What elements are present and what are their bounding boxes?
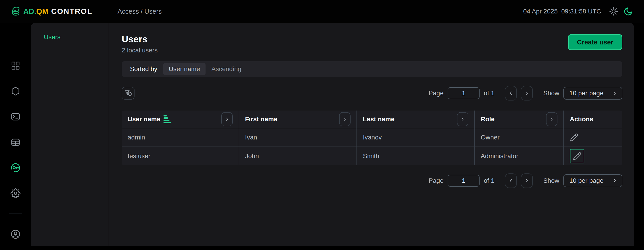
breadcrumb[interactable]: Access / Users [118, 8, 162, 15]
cell-last-name: Ivanov [357, 128, 475, 146]
moon-icon [624, 6, 633, 16]
users-table: User name First name Last name [122, 111, 622, 165]
column-header-first-name: First name [239, 111, 357, 128]
app-logo[interactable]: AD.QMCONTROL [10, 6, 92, 17]
pencil-icon [570, 133, 578, 142]
chevron-right-icon [612, 178, 618, 184]
cell-last-name: Smith [357, 147, 475, 165]
page-header: Users 2 local users Create user [122, 34, 622, 54]
gear-icon [10, 188, 20, 198]
dashboard-grid-icon [10, 61, 20, 71]
top-bar: AD.QMCONTROL Access / Users 04 Apr 2025 … [0, 0, 644, 23]
cell-user-name: admin [122, 128, 239, 146]
page-label: Page [429, 90, 444, 97]
rail-divider [9, 214, 22, 214]
sidebar-item-dashboard[interactable] [10, 60, 21, 71]
per-page-value: 10 per page [569, 177, 603, 184]
page-title: Users [122, 34, 158, 44]
per-page-value: 10 per page [569, 90, 603, 97]
data-table-icon [10, 137, 20, 147]
next-page-button[interactable] [521, 173, 533, 188]
sorted-by-label: Sorted by [130, 65, 157, 73]
pagination-top: Page of 1 Show 10 per page [429, 86, 622, 101]
logo-ad: AD. [23, 7, 36, 16]
cell-first-name: Ivan [239, 128, 357, 146]
sidebar-item-tables[interactable] [10, 137, 21, 147]
column-header-user-name: User name [122, 111, 239, 128]
column-header-role: Role [475, 111, 564, 128]
column-header-last-name: Last name [357, 111, 475, 128]
sidebar-item-access[interactable] [10, 162, 21, 173]
dark-theme-button[interactable] [624, 6, 633, 16]
sort-direction-label[interactable]: Ascending [212, 65, 242, 73]
chevron-left-icon [508, 90, 514, 96]
sidebar-item-users[interactable]: Users [44, 33, 60, 41]
page-of-label: of 1 [484, 177, 494, 184]
chevron-right-icon [524, 90, 530, 96]
previous-page-button[interactable] [505, 86, 517, 101]
cell-first-name: John [239, 147, 357, 165]
logo-hive-icon [10, 6, 21, 17]
page-number-input[interactable] [448, 175, 480, 187]
sidebar-item-modules[interactable] [10, 86, 21, 96]
topbar-right-group: 04 Apr 2025 09:31:58 UTC [523, 6, 644, 16]
create-user-button[interactable]: Create user [568, 34, 622, 50]
sun-icon [609, 6, 618, 16]
logo-control: CONTROL [51, 7, 92, 16]
cell-actions [564, 147, 622, 165]
page-subtitle: 2 local users [122, 47, 158, 54]
chevron-right-icon [524, 178, 530, 184]
edit-user-button[interactable] [570, 133, 578, 142]
access-key-icon [10, 162, 21, 174]
filter-reset-icon [124, 89, 132, 97]
table-toolbar: Page of 1 Show 10 per page [122, 86, 622, 101]
show-label: Show [543, 177, 559, 184]
per-page-select[interactable]: 10 per page [564, 87, 622, 100]
terminal-icon [10, 112, 20, 122]
chevron-right-icon [612, 90, 618, 96]
table-row-testuser: testuser John Smith Administrator [122, 146, 622, 165]
icon-rail [0, 23, 31, 250]
logo-qm: QM [36, 7, 48, 16]
cell-actions [564, 128, 622, 146]
secondary-sidebar: Users [31, 23, 109, 246]
sort-field-chip[interactable]: User name [163, 63, 206, 75]
chevron-right-icon [460, 117, 466, 122]
pagination-bottom: Page of 1 Show 10 per page [429, 173, 622, 188]
sort-bar: Sorted by User name Ascending [122, 61, 622, 77]
page-number-input[interactable] [448, 87, 480, 99]
column-expand-first-name-button[interactable] [339, 112, 350, 126]
column-expand-user-name-button[interactable] [221, 112, 233, 126]
user-profile-icon [10, 229, 21, 240]
table-header-row: User name First name Last name [122, 111, 622, 128]
light-theme-button[interactable] [609, 6, 618, 16]
chevron-right-icon [224, 117, 230, 122]
column-header-actions: Actions [564, 111, 622, 128]
table-toolbar-bottom: Page of 1 Show 10 per page [122, 173, 622, 188]
column-expand-role-button[interactable] [546, 112, 558, 126]
datetime-utc: 04 Apr 2025 09:31:58 UTC [523, 8, 601, 15]
cell-role: Owner [475, 128, 564, 146]
previous-page-button[interactable] [505, 173, 517, 188]
sidebar-item-profile[interactable] [10, 229, 21, 240]
hexagon-icon [10, 86, 20, 96]
table-row-admin: admin Ivan Ivanov Owner [122, 128, 622, 146]
sidebar-item-settings[interactable] [10, 188, 21, 199]
sidebar-item-terminal[interactable] [10, 112, 21, 122]
edit-user-button[interactable] [573, 152, 582, 160]
chevron-right-icon [342, 117, 348, 122]
table-body: admin Ivan Ivanov Owner [122, 128, 622, 165]
reset-filters-button[interactable] [122, 87, 134, 100]
column-expand-last-name-button[interactable] [457, 112, 468, 126]
app-shell: Users Users 2 local users Create user So… [0, 23, 644, 250]
page-label: Page [429, 177, 444, 184]
page-of-label: of 1 [484, 90, 494, 97]
chevron-right-icon [549, 117, 554, 122]
main-content: Users 2 local users Create user Sorted b… [109, 23, 634, 246]
next-page-button[interactable] [521, 86, 533, 101]
pencil-icon [573, 152, 582, 160]
per-page-select[interactable]: 10 per page [564, 174, 622, 187]
content-panel: Users Users 2 local users Create user So… [31, 23, 634, 246]
cell-role: Administrator [475, 147, 564, 165]
sort-ascending-icon [164, 115, 171, 123]
